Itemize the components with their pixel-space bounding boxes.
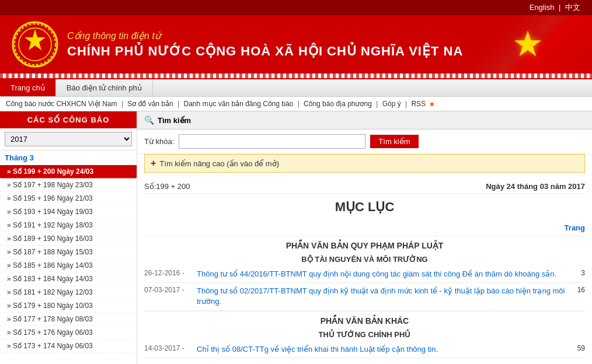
entry-date-1: 07-03-2017 - (144, 286, 197, 294)
subnav-sep3: | (298, 100, 301, 108)
sidebar-item-2[interactable]: » Số 195 + 196 Ngày 21/03 (0, 192, 137, 205)
year-select[interactable]: 2017 2016 2015 2014 (5, 132, 132, 146)
entry-link-1[interactable]: Thông tư số 02/2017/TT-BTNMT quy định kỹ… (197, 286, 567, 307)
search-bar: 🔍 Tìm kiếm (137, 111, 592, 130)
doc-entry-1: 07-03-2017 - Thông tư số 02/2017/TT-BTNM… (144, 283, 585, 310)
sub-navbar: Công báo nước CHXHCN Việt Nam | Sơ đồ vă… (0, 97, 592, 111)
sidebar-item-1[interactable]: » Số 197 + 198 Ngày 23/03 (0, 178, 137, 192)
plus-icon: + (151, 158, 156, 169)
document-area: Số:199 + 200 Ngày 24 tháng 03 năm 2017 M… (137, 177, 592, 364)
advanced-search-bar[interactable]: + Tìm kiếm nâng cao (ấn vào để mở) (144, 154, 585, 173)
year-select-wrapper: 2017 2016 2015 2014 (0, 128, 137, 150)
advanced-search-label: Tìm kiếm nâng cao (ấn vào để mở) (159, 159, 279, 168)
search-form: Từ khóa: Tìm kiếm (137, 130, 592, 154)
sidebar-item-0[interactable]: » Số 199 + 200 Ngày 24/03 (0, 165, 137, 178)
subsection-title-0: BỘ TÀI NGUYÊN VÀ MÔI TRƯỜNG (144, 253, 585, 266)
sidebar-item-7[interactable]: » Số 185 + 186 Ngày 14/03 (0, 259, 137, 272)
doc-date: Ngày 24 tháng 03 năm 2017 (486, 182, 585, 191)
subsection-title-1: THỦ TƯỚNG CHÍNH PHỦ (144, 328, 585, 341)
entry-page-1: 16 (567, 286, 585, 294)
subnav-rss[interactable]: RSS (411, 100, 426, 108)
subnav-diaphuong[interactable]: Công báo địa phương (304, 100, 372, 108)
doc-title: MỤC LỤC (144, 200, 585, 215)
sidebar-item-9[interactable]: » Số 181 + 182 Ngày 12/03 (0, 286, 137, 299)
entry-date-0: 26-12-2016 - (144, 269, 197, 277)
flag-star: ★ (512, 27, 544, 62)
zigzag-divider (0, 74, 592, 78)
page-label: Trang (144, 223, 585, 232)
sidebar-item-10[interactable]: » Số 179 + 180 Ngày 10/03 (0, 299, 137, 313)
subnav-rss-icon: ■ (430, 100, 434, 107)
doc-header: Số:199 + 200 Ngày 24 tháng 03 năm 2017 (144, 177, 585, 194)
nav-baodieutuchinhphu[interactable]: Báo điện tử chính phủ (56, 79, 153, 96)
subnav-sep1: | (121, 100, 125, 108)
subnav-sep2: | (177, 100, 181, 108)
entry-link-2[interactable]: Chỉ thị số 08/CT-TTg về việc triển khai … (197, 344, 567, 355)
sidebar-item-5[interactable]: » Số 189 + 190 Ngày 16/03 (0, 232, 137, 246)
subnav-danhmuc[interactable]: Danh mục văn bản đăng Công báo (183, 100, 293, 108)
keyword-input[interactable] (179, 134, 365, 149)
language-bar: English | 中文 (0, 0, 592, 15)
section-title-1: PHẦN VĂN BẢN KHÁC (144, 311, 585, 328)
entry-page-2: 59 (567, 344, 585, 352)
search-button[interactable]: Tìm kiếm (370, 135, 418, 148)
subnav-sep5: | (405, 100, 409, 108)
sidebar-item-3[interactable]: » Số 193 + 194 Ngày 19/03 (0, 205, 137, 219)
section-title-0: PHẦN VĂN BẢN QUY PHẠM PHÁP LUẬT (144, 236, 585, 253)
doc-number: Số:199 + 200 (144, 182, 190, 191)
nav-trangchu[interactable]: Trang chủ (0, 79, 56, 96)
keyword-label: Từ khóa: (144, 137, 174, 146)
sidebar-item-11[interactable]: » Số 177 + 178 Ngày 08/03 (0, 313, 137, 326)
right-content: 🔍 Tìm kiếm Từ khóa: Tìm kiếm + Tìm kiếm … (137, 111, 592, 364)
sidebar-item-13[interactable]: » Số 173 + 174 Ngày 06/03 (0, 340, 137, 353)
lang-separator: | (559, 3, 560, 12)
sidebar: CÁC SỐ CÔNG BÁO 2017 2016 2015 2014 Thán… (0, 111, 137, 364)
subnav-gopy[interactable]: Góp ý (382, 100, 401, 108)
search-icon: 🔍 (144, 116, 154, 125)
doc-entry-0: 26-12-2016 - Thông tư số 44/2016/TT-BTNM… (144, 266, 585, 283)
entry-link-0[interactable]: Thông tư số 44/2016/TT-BTNMT quy định nộ… (197, 269, 567, 279)
national-emblem (12, 21, 58, 68)
search-title: Tìm kiếm (158, 116, 191, 125)
flag-decoration: ★ (464, 15, 592, 74)
subnav-sovb[interactable]: Sơ đồ văn bản (127, 100, 173, 108)
sidebar-month: Tháng 3 (0, 150, 137, 165)
sidebar-item-4[interactable]: » Số 191 + 192 Ngày 18/03 (0, 219, 137, 232)
sidebar-title: CÁC SỐ CÔNG BÁO (0, 111, 137, 128)
header-banner: Cổng thông tin điện tử Chính phủ nước Cộ… (0, 15, 592, 74)
sidebar-item-12[interactable]: » Số 175 + 176 Ngày 06/03 (0, 326, 137, 340)
chinese-link[interactable]: 中文 (565, 3, 580, 12)
subnav-congbao[interactable]: Công báo nước CHXHCN Việt Nam (6, 100, 117, 108)
entry-date-2: 14-03-2017 - (144, 344, 197, 352)
sidebar-item-6[interactable]: » Số 187 + 188 Ngày 15/03 (0, 246, 137, 259)
entry-page-0: 3 (567, 269, 585, 277)
doc-entry-2: 14-03-2017 - Chỉ thị số 08/CT-TTg về việ… (144, 341, 585, 358)
main-content: CÁC SỐ CÔNG BÁO 2017 2016 2015 2014 Thán… (0, 111, 592, 364)
english-link[interactable]: English (530, 3, 555, 12)
subnav-sep4: | (376, 100, 379, 108)
sidebar-item-8[interactable]: » Số 183 + 184 Ngày 14/03 (0, 272, 137, 286)
main-navbar: Trang chủ Báo điện tử chính phủ (0, 78, 592, 97)
